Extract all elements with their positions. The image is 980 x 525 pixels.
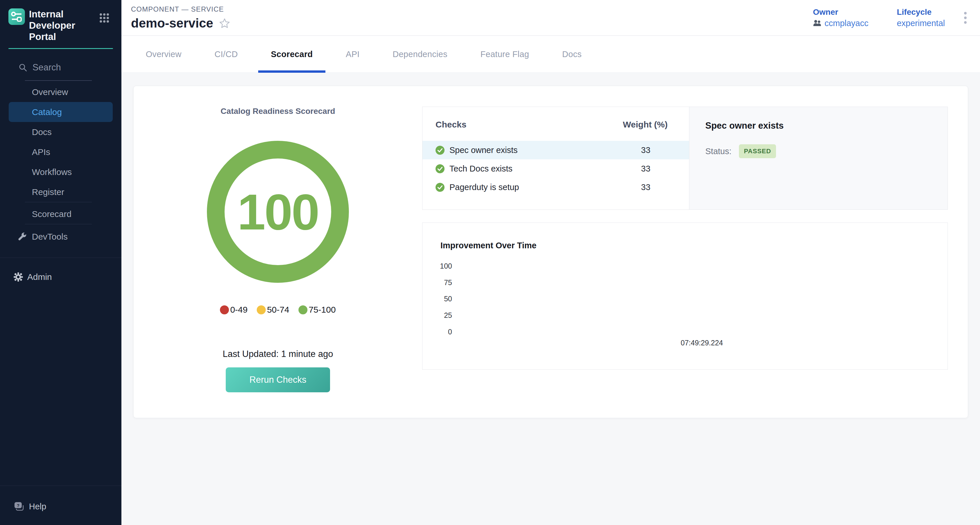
scorecard-card: Catalog Readiness Scorecard 100 0-4950-7… (133, 86, 968, 418)
y-axis-tick: 25 (423, 311, 452, 320)
brand-title: Internal Developer Portal (29, 8, 98, 42)
tab-label: CI/CD (215, 49, 238, 59)
entity-header-left: COMPONENT — SERVICE demo-service (131, 5, 230, 30)
sidebar-item-label: Admin (27, 272, 52, 282)
tab-overview[interactable]: Overview (133, 36, 194, 72)
help-chat-icon: ? (14, 501, 25, 512)
owner-label: Owner (813, 8, 869, 17)
legend-item-75-100: 75-100 (299, 305, 336, 315)
y-axis-tick: 100 (423, 262, 452, 270)
score-value: 100 (237, 183, 318, 241)
entity-tabs: OverviewCI/CDScorecardAPIDependenciesFea… (121, 36, 980, 73)
weight-column-header: Weight (%) (623, 120, 668, 129)
check-circle-icon (436, 183, 444, 192)
search-placeholder: Search (32, 62, 61, 73)
sidebar-item-register[interactable]: Register (0, 182, 121, 202)
search-input[interactable]: Search (19, 62, 121, 73)
search-icon (19, 63, 27, 72)
check-row-tech-docs-exists[interactable]: Tech Docs exists33 (423, 159, 689, 178)
tab-dependencies[interactable]: Dependencies (380, 36, 460, 72)
owner-block: Owner ccmplayacc (813, 8, 869, 28)
checks-table: Checks Weight (%) Spec owner exists33Tec… (423, 107, 689, 210)
rerun-checks-button[interactable]: Rerun Checks (226, 368, 330, 392)
sidebar-item-apis[interactable]: APIs (0, 142, 121, 162)
sidebar-item-label: DevTools (32, 232, 67, 242)
check-row-pagerduty-is-setup[interactable]: Pagerduty is setup33 (423, 178, 689, 196)
chart-title: Improvement Over Time (441, 241, 536, 250)
sidebar-item-devtools[interactable]: DevTools (0, 227, 121, 247)
sidebar-nav-secondary: Scorecard (0, 204, 121, 224)
svg-text:?: ? (17, 503, 19, 508)
sidebar-item-docs[interactable]: Docs (0, 122, 121, 142)
tab-ci-cd[interactable]: CI/CD (202, 36, 250, 72)
check-detail-panel: Spec owner exists Status: PASSED (689, 107, 948, 210)
check-circle-icon (436, 146, 444, 155)
lifecycle-block: Lifecycle experimental (897, 8, 945, 28)
star-icon[interactable] (219, 18, 230, 29)
people-icon (813, 19, 821, 27)
last-updated-text: Last Updated: 1 minute ago (223, 349, 333, 359)
entity-header: COMPONENT — SERVICE demo-service Owner (121, 0, 980, 36)
gear-icon (13, 272, 23, 282)
page-title: demo-service (131, 16, 213, 30)
sidebar-item-overview[interactable]: Overview (0, 82, 121, 102)
sidebar-item-catalog[interactable]: Catalog (9, 102, 113, 122)
content: Catalog Readiness Scorecard 100 0-4950-7… (121, 73, 980, 525)
legend-item-0-49: 0-49 (220, 305, 247, 315)
lifecycle-label: Lifecycle (897, 8, 945, 17)
grid-dots-icon[interactable] (99, 13, 109, 24)
checks-column-header: Checks (436, 120, 466, 129)
improvement-chart: Improvement Over Time 1007550250 07:49:2… (422, 223, 948, 370)
tab-feature-flag[interactable]: Feature Flag (468, 36, 542, 72)
legend-label: 0-49 (230, 305, 247, 315)
nav-divider (25, 202, 92, 202)
score-legend: 0-4950-7475-100 (215, 305, 340, 315)
breadcrumb: COMPONENT — SERVICE (131, 5, 230, 13)
legend-dot (220, 305, 229, 314)
brand: Internal Developer Portal (0, 0, 121, 42)
check-name: Pagerduty is setup (449, 183, 519, 192)
y-axis-tick: 50 (423, 294, 452, 303)
tab-docs[interactable]: Docs (549, 36, 594, 72)
entity-header-right: Owner ccmplayacc Lifecycle experimental (813, 8, 969, 28)
sidebar: Internal Developer Portal Search Overvie… (0, 0, 121, 525)
legend-label: 50-74 (267, 305, 289, 315)
sidebar-item-admin[interactable]: Admin (0, 267, 121, 287)
wrench-icon (17, 232, 27, 242)
checks-box: Checks Weight (%) Spec owner exists33Tec… (422, 107, 948, 210)
sidebar-divider (0, 258, 121, 258)
tab-label: Scorecard (271, 49, 313, 59)
tab-api[interactable]: API (333, 36, 372, 72)
status-badge: PASSED (739, 144, 776, 158)
active-tab-underline (258, 70, 326, 73)
check-detail-heading: Spec owner exists (705, 121, 932, 131)
legend-item-50-74: 50-74 (257, 305, 289, 315)
check-weight: 33 (624, 164, 668, 173)
y-axis-tick: 75 (423, 278, 452, 287)
sidebar-item-scorecard[interactable]: Scorecard (0, 204, 121, 224)
check-row-spec-owner-exists[interactable]: Spec owner exists33 (423, 141, 689, 159)
scorecard-heading: Catalog Readiness Scorecard (221, 107, 335, 116)
owner-link[interactable]: ccmplayacc (813, 19, 869, 28)
search-underline (25, 80, 92, 81)
check-circle-icon (436, 164, 444, 173)
lifecycle-value: experimental (897, 19, 945, 28)
sidebar-item-workflows[interactable]: Workflows (0, 162, 121, 182)
legend-dot (257, 305, 266, 314)
tab-scorecard[interactable]: Scorecard (258, 36, 326, 72)
check-weight: 33 (624, 183, 668, 192)
kebab-menu-icon[interactable] (963, 10, 969, 25)
app-root: Internal Developer Portal Search Overvie… (0, 0, 980, 525)
sidebar-item-help[interactable]: ? Help (0, 496, 121, 517)
details-column: Checks Weight (%) Spec owner exists33Tec… (422, 86, 968, 418)
tab-label: API (346, 49, 360, 59)
score-gauge: 100 (207, 141, 349, 283)
tab-label: Overview (146, 49, 181, 59)
gauge-column: Catalog Readiness Scorecard 100 0-4950-7… (134, 86, 422, 418)
brand-divider (8, 48, 113, 49)
tab-label: Dependencies (393, 49, 447, 59)
legend-label: 75-100 (309, 305, 336, 315)
sidebar-nav-main: OverviewCatalogDocsAPIsWorkflowsRegister (0, 82, 121, 202)
status-label: Status: (705, 146, 731, 156)
tab-label: Feature Flag (480, 49, 529, 59)
